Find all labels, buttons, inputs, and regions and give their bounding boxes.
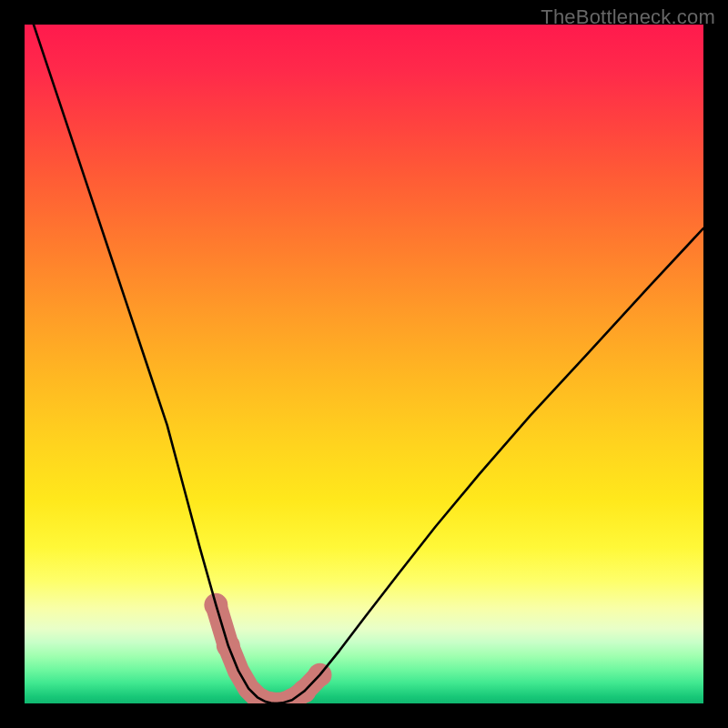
highlight-band [204, 593, 331, 703]
plot-area [25, 25, 703, 703]
right-curve [276, 228, 703, 703]
left-curve [25, 25, 276, 703]
chart-frame: TheBottleneck.com [0, 0, 728, 728]
watermark-text: TheBottleneck.com [541, 5, 715, 29]
curve-layer [25, 25, 703, 703]
